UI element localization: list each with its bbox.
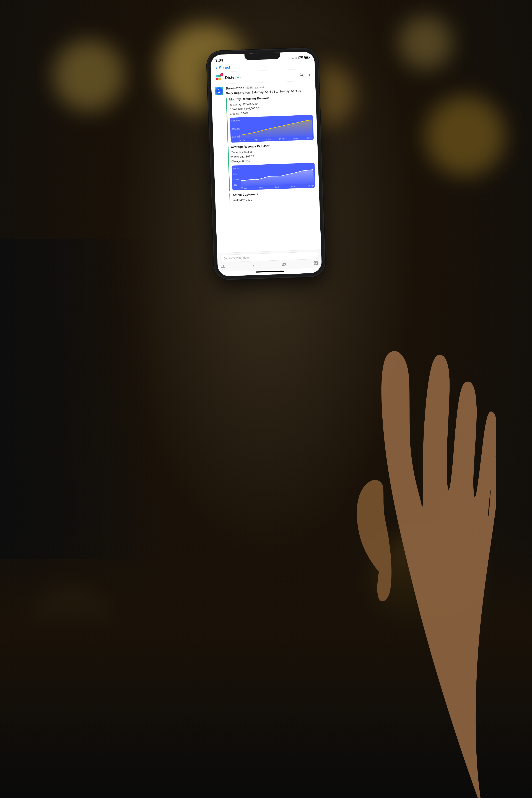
channel-left: 3 Distel ▾ [214,73,242,82]
mention-icon[interactable]: @ [221,264,225,269]
svg-rect-10 [282,263,285,266]
status-icons: LTE [292,56,309,59]
search-label[interactable]: Search [219,65,231,70]
mrr-yesterday-label: Yesterday: [229,102,242,106]
slash-commands-icon[interactable]: / [253,263,254,268]
phone-screen: 3:04 LTE ‹ Search [210,51,322,277]
active-customers-yesterday-value: 3200 [246,198,252,201]
mrr-chart-area [239,117,312,138]
arpu-chart: $65.56 $65 $63.00 $62 [231,163,316,190]
arpu-change-value: 0.19% [242,159,250,163]
arpu-card: Average Revenue Per User Yesterday: $63.… [228,143,316,191]
svg-line-5 [302,75,303,76]
svg-rect-0 [215,75,218,77]
mrr-yesterday-value: $204,306.50 [243,102,258,106]
battery-icon [304,56,309,59]
phone-notch [244,53,280,60]
input-area: Jot something down @ / [217,250,322,271]
lte-badge: LTE [298,56,303,59]
input-toolbar: @ / [220,261,319,269]
svg-point-8 [309,75,309,76]
mrr-2days-label: 2 days ago: [229,107,243,111]
baremetrics-message: Baremetrics APP 6:12 AM Daily Report fro… [215,84,316,206]
arpu-chart-area [240,165,314,186]
search-icon[interactable] [299,72,304,78]
channel-name-row: Distel ▾ [225,75,242,80]
channel-name: Distel [225,75,235,80]
svg-rect-2 [215,78,218,80]
message-input[interactable]: Jot something down [220,251,319,262]
home-bar [255,270,284,273]
mrr-change-value: 0.34% [241,112,248,115]
signal-bars-icon [292,56,297,59]
notification-badge: 3 [220,73,224,76]
mrr-change-label: Change: [230,112,240,115]
arpu-yesterday-label: Yesterday: [231,150,244,154]
sender-name: Baremetrics [226,86,244,91]
message-time: 6:12 AM [254,86,264,89]
svg-point-14 [315,262,316,263]
message-area: Baremetrics APP 6:12 AM Daily Report fro… [211,81,321,253]
arpu-2days-label: 2 days ago: [231,155,245,158]
svg-rect-3 [218,78,221,80]
dropdown-arrow-icon[interactable]: ▾ [240,76,242,79]
status-time: 3:04 [215,58,223,63]
arpu-details: Yesterday: $63.85 2 days ago: $63.73 Cha… [231,147,315,164]
arpu-yesterday-value: $63.85 [244,150,252,154]
arpu-change-label: Change: [231,159,242,163]
phone: 3:04 LTE ‹ Search [207,48,325,280]
online-indicator [237,76,239,78]
image-icon[interactable] [314,261,318,266]
mrr-2days-value: $203,606.33 [244,107,259,110]
arpu-2days-value: $63.73 [246,155,254,158]
active-customers-card: Active Customers Yesterday: 3200 [229,190,316,203]
attachment-icon[interactable] [282,262,286,267]
date-range: from Saturday, April 28 to Sunday, April… [244,89,301,94]
back-arrow-icon[interactable]: ‹ [215,65,217,70]
channel-header-actions [299,72,311,78]
arpu-chart-y-labels: $65.56 $65 $63.00 $62 [233,168,240,186]
active-customers-yesterday-label: Yesterday: [233,198,245,202]
mrr-details: Yesterday: $204,306.50 2 days ago: $203,… [229,99,312,116]
svg-point-7 [309,74,309,75]
app-badge: APP [246,86,253,89]
baremetrics-avatar [215,87,223,95]
mrr-chart: $205,000 $200,000 $195,000 [230,115,314,143]
more-options-icon[interactable] [307,72,311,78]
svg-point-6 [309,73,309,73]
mrr-card: Monthly Recurring Revenue Yesterday: $20… [226,95,314,143]
message-content: Baremetrics APP 6:12 AM Daily Report fro… [226,84,316,205]
